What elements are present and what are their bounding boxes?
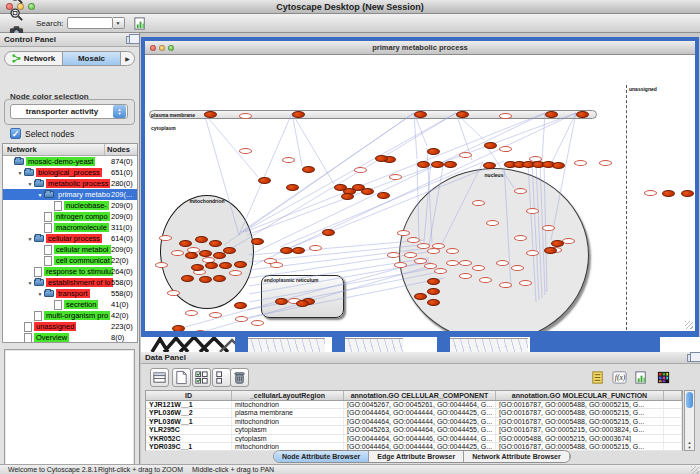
network-node[interactable] <box>199 250 212 257</box>
network-node[interactable] <box>444 161 457 168</box>
background-window-edge[interactable] <box>437 337 450 352</box>
network-node[interactable] <box>209 240 222 247</box>
table-cell[interactable]: [GO:0005488, GO:0005215, GO:0003674] <box>496 435 664 442</box>
import-attributes-button[interactable] <box>632 368 651 387</box>
network-node[interactable] <box>181 275 194 282</box>
table-cell[interactable]: plasma membrane <box>232 409 344 416</box>
table-cell[interactable]: [GO:0044464, GO:0044444, GO:0044425, G..… <box>344 409 496 416</box>
tab-network[interactable]: Network <box>5 52 63 65</box>
tree-row[interactable]: ▼primary metabo209(... <box>3 189 137 200</box>
tree-row[interactable]: multi-organism pro42(0) <box>3 310 137 321</box>
tree-row[interactable]: unassigned223(0) <box>3 321 137 332</box>
tree-row[interactable]: ▼biological_process651(0) <box>3 167 137 178</box>
network-node[interactable] <box>219 262 232 269</box>
network-node[interactable] <box>292 111 305 118</box>
float-data-panel-icon[interactable] <box>687 354 696 362</box>
network-node[interactable] <box>414 293 427 300</box>
table-row[interactable]: YJR121W__1mitochondrion[GO:0045267, GO:0… <box>146 401 682 409</box>
network-node[interactable] <box>427 299 440 306</box>
table-scrollbar[interactable]: ▲▼ <box>684 390 695 451</box>
tree-row[interactable]: ▼transport558(0) <box>3 288 137 299</box>
network-node[interactable] <box>251 238 264 245</box>
network-node[interactable] <box>341 193 354 200</box>
network-canvas[interactable]: plasma membrane cytoplasm mitochondrion … <box>145 55 695 331</box>
column-header[interactable]: annotation.GO CELLULAR_COMPONENT <box>344 391 496 400</box>
tree-row[interactable]: ▼metabolic process280(0) <box>3 178 137 189</box>
network-node[interactable] <box>275 298 288 305</box>
table-cell[interactable]: [GO:0045263, GO:0044464, GO:0044455, G..… <box>344 426 496 433</box>
select-attributes-button[interactable] <box>192 368 211 387</box>
background-window-edge[interactable] <box>530 337 660 352</box>
network-node[interactable] <box>484 142 497 149</box>
network-node[interactable] <box>292 247 305 254</box>
tree-row[interactable]: cell communicat22(0) <box>3 255 137 266</box>
table-cell[interactable]: cytoplasm <box>232 435 344 442</box>
network-node[interactable] <box>286 184 299 191</box>
network-node[interactable] <box>375 155 388 162</box>
unselect-attributes-button[interactable] <box>212 368 231 387</box>
network-node[interactable] <box>414 111 427 118</box>
tree-row[interactable]: Overview8(0) <box>3 332 137 343</box>
table-cell[interactable]: mitochondrion <box>232 418 344 425</box>
network-node[interactable] <box>681 190 694 197</box>
tab-network-attribute-browser[interactable]: Network Attribute Browser <box>464 451 569 462</box>
column-header[interactable]: _cellularLayoutRegion <box>232 391 344 400</box>
attribute-list-button[interactable] <box>588 368 607 387</box>
tree-row[interactable]: nucleobase-209(0) <box>3 200 137 211</box>
network-node[interactable] <box>213 252 226 259</box>
network-node[interactable] <box>234 302 247 309</box>
select-nodes-checkbox[interactable]: ✓ <box>10 128 21 139</box>
expand-arrow-icon[interactable]: ▼ <box>36 192 44 198</box>
table-cell[interactable]: YPL036W__2 <box>146 409 232 416</box>
tree-row[interactable]: cellular metabol209(0) <box>3 244 137 255</box>
tab-edge-attribute-browser[interactable]: Edge Attribute Browser <box>369 451 464 462</box>
table-cell[interactable]: cytoplasm <box>232 426 344 433</box>
scrollbar-thumb[interactable] <box>686 392 693 408</box>
tree-row[interactable]: ▼cellular process614(0) <box>3 233 137 244</box>
table-cell[interactable]: YPL036W__1 <box>146 418 232 425</box>
background-window-strip[interactable] <box>248 338 325 352</box>
window-resize-grip[interactable] <box>685 321 693 329</box>
table-cell[interactable]: [GO:0044464, GO:0044446, GO:0044444, G..… <box>344 435 496 442</box>
background-window-strip[interactable] <box>345 338 403 352</box>
tree-row[interactable]: macromolecule311(0) <box>3 222 137 233</box>
color-scale-button[interactable] <box>654 368 673 387</box>
network-node[interactable] <box>427 288 440 295</box>
network-node[interactable] <box>456 111 469 118</box>
network-node[interactable] <box>427 278 440 285</box>
table-cell[interactable]: [GO:0045267, GO:0045261, GO:0044464, G..… <box>344 401 496 408</box>
network-node[interactable] <box>552 162 565 169</box>
expand-arrow-icon[interactable]: ▼ <box>26 236 34 242</box>
network-node[interactable] <box>258 177 271 184</box>
network-node[interactable] <box>483 162 496 169</box>
background-window-edge[interactable] <box>235 337 248 352</box>
table-cell[interactable]: [GO:0016787, GO:0005215, GO:0003824, G..… <box>496 426 664 433</box>
background-window-edge[interactable] <box>332 337 345 352</box>
table-cell[interactable]: YJR121W__1 <box>146 401 232 408</box>
network-node[interactable] <box>431 161 444 168</box>
table-cell[interactable]: [GO:0016787, GO:0005488, GO:0005215, G..… <box>496 401 664 408</box>
network-node[interactable] <box>296 300 309 307</box>
expand-arrow-icon[interactable]: ▼ <box>26 280 34 286</box>
network-node[interactable] <box>545 111 558 118</box>
table-cell[interactable]: YDR039C__1 <box>146 443 232 450</box>
table-row[interactable]: YKR052Ccytoplasm[GO:0044464, GO:0044446,… <box>146 435 682 443</box>
network-node[interactable] <box>576 111 589 118</box>
tree-row[interactable]: nitrogen compo209(0) <box>3 211 137 222</box>
tree-row[interactable]: ▼establishment of lo558(0) <box>3 277 137 288</box>
network-node[interactable] <box>204 111 217 118</box>
zoom-selected-icon[interactable] <box>6 6 26 23</box>
tree-column-nodes[interactable]: Nodes <box>105 144 137 155</box>
table-cell[interactable]: mitochondrion <box>232 401 344 408</box>
network-node[interactable] <box>361 188 374 195</box>
birdseye-view[interactable] <box>4 349 135 474</box>
expand-arrow-icon[interactable]: ▼ <box>26 181 34 187</box>
network-node[interactable] <box>662 190 675 197</box>
network-node[interactable] <box>544 247 557 254</box>
tree-row[interactable]: mosaic-demo-yeast874(0) <box>3 156 137 167</box>
function-builder-button[interactable]: f(x) <box>610 368 629 387</box>
delete-attribute-button[interactable] <box>230 368 249 387</box>
network-node[interactable] <box>199 276 212 283</box>
network-node[interactable] <box>179 240 192 247</box>
search-input[interactable] <box>67 17 113 29</box>
